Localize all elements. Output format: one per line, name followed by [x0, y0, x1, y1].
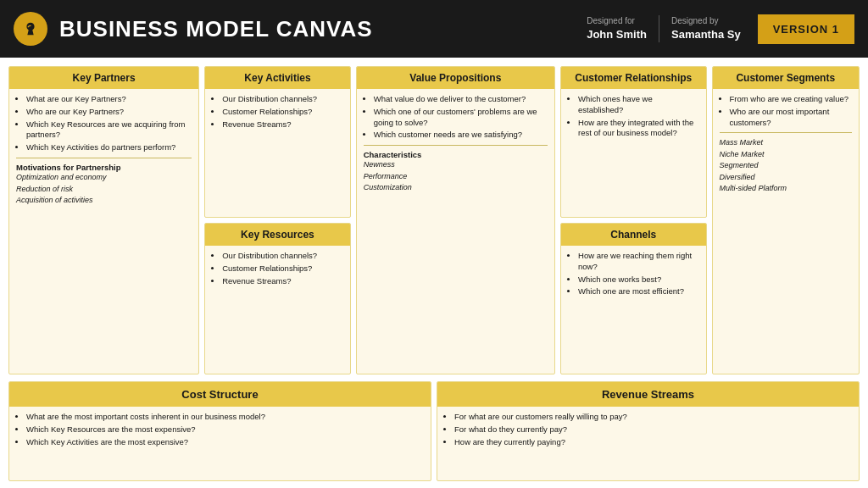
card-cost-structure-body: What are the most important costs inhere…	[9, 407, 431, 480]
designed-by-label: Designed by	[671, 15, 741, 27]
list-item: What are our Key Partners?	[26, 94, 192, 105]
card-value-propositions-body: What value do we deliver to the customer…	[357, 89, 554, 374]
card-key-activities-header: Key Activities	[205, 67, 349, 89]
list-item: How are they currently paying?	[454, 437, 852, 448]
list-item: What value do we deliver to the customer…	[374, 94, 548, 105]
revenue-streams-list: For what are our customers really willin…	[444, 412, 852, 447]
characteristics-label: Characteristics	[364, 150, 548, 159]
designed-for-label: Designed for	[587, 15, 647, 27]
header: BUSINESS MODEL CANVAS Designed for John …	[0, 0, 868, 58]
key-partners-list: What are our Key Partners? Who are our K…	[16, 94, 192, 153]
card-value-propositions: Value Propositions What value do we deli…	[356, 66, 555, 374]
designed-for-name: John Smith	[587, 27, 647, 42]
list-item: Which Key Activities are the most expens…	[26, 437, 424, 448]
logo-icon	[14, 12, 47, 46]
designed-by-name: Samantha Sy	[671, 27, 741, 42]
card-value-propositions-header: Value Propositions	[357, 67, 554, 89]
list-item: Which one of our customers' problems are…	[374, 107, 548, 129]
customer-rel-list: Which ones have we established? How are …	[568, 94, 698, 139]
list-item: For what are our customers really willin…	[454, 412, 852, 423]
designed-for: Designed for John Smith	[587, 15, 659, 42]
app-title: BUSINESS MODEL CANVAS	[59, 16, 587, 42]
list-item: How are they integrated with the rest of…	[578, 118, 698, 140]
card-cost-structure: Cost Structure What are the most importa…	[8, 381, 431, 481]
designer-info: Designed for John Smith Designed by Sama…	[587, 15, 740, 42]
cost-structure-list: What are the most important costs inhere…	[16, 412, 424, 447]
card-customer-segments-body: From who are we creating value? Who are …	[713, 89, 859, 374]
list-item: Which Key Resources are the most expensi…	[26, 424, 424, 435]
card-key-resources-body: Our Distribution channels? Customer Rela…	[205, 246, 349, 374]
card-customer-relationships-body: Which ones have we established? How are …	[561, 89, 705, 217]
list-item: Customer Relationships?	[222, 263, 342, 274]
motivations-items: Optimization and economy Reduction of ri…	[16, 172, 192, 207]
list-item: Which one works best?	[578, 274, 698, 286]
card-key-activities: Key Activities Our Distribution channels…	[204, 66, 350, 218]
list-item: Which customer needs are we satisfying?	[374, 130, 548, 141]
card-cost-structure-header: Cost Structure	[9, 382, 431, 407]
list-item: Which Key Activities do partners perform…	[26, 142, 192, 153]
card-key-partners-header: Key Partners	[9, 67, 198, 89]
card-revenue-streams-body: For what are our customers really willin…	[437, 407, 859, 480]
rel-channels-group: Customer Relationships Which ones have w…	[560, 66, 706, 374]
card-key-resources-header: Key Resources	[205, 224, 349, 246]
list-item: Which ones have we established?	[578, 94, 698, 116]
list-item: From who are we creating value?	[730, 94, 852, 105]
card-key-partners: Key Partners What are our Key Partners? …	[8, 66, 199, 374]
list-item: Revenue Streams?	[222, 119, 342, 130]
list-item: Revenue Streams?	[222, 276, 342, 287]
list-item: Our Distribution channels?	[222, 251, 342, 262]
list-item: Which one are most efficient?	[578, 286, 698, 297]
card-customer-segments: Customer Segments From who are we creati…	[712, 66, 860, 374]
list-item: Who are our most important customers?	[730, 107, 852, 129]
card-key-resources: Key Resources Our Distribution channels?…	[204, 223, 350, 374]
list-item: How are we reaching them right now?	[578, 251, 698, 273]
key-resources-list: Our Distribution channels? Customer Rela…	[212, 251, 342, 286]
motivations-label: Motivations for Partnership	[16, 163, 192, 172]
customer-seg-list: From who are we creating value? Who are …	[720, 94, 852, 128]
card-customer-segments-header: Customer Segments	[713, 67, 859, 89]
card-key-partners-body: What are our Key Partners? Who are our K…	[9, 89, 198, 374]
bottom-row: Cost Structure What are the most importa…	[8, 381, 860, 481]
list-item: Who are our Key Partners?	[26, 107, 192, 118]
segment-types: Mass Market Niche Market Segmented Diver…	[720, 137, 852, 195]
channels-list: How are we reaching them right now? Whic…	[568, 251, 698, 297]
card-channels: Channels How are we reaching them right …	[560, 223, 706, 374]
card-customer-relationships-header: Customer Relationships	[561, 67, 705, 89]
list-item: For what do they currently pay?	[454, 424, 852, 435]
key-activities-list: Our Distribution channels? Customer Rela…	[212, 94, 342, 130]
canvas-area: Key Partners What are our Key Partners? …	[0, 58, 868, 488]
card-revenue-streams: Revenue Streams For what are our custome…	[437, 381, 860, 481]
card-channels-header: Channels	[561, 224, 705, 246]
list-item: Our Distribution channels?	[222, 94, 342, 105]
list-item: Which Key Resources are we acquiring fro…	[26, 119, 192, 141]
activities-resources-group: Key Activities Our Distribution channels…	[204, 66, 350, 374]
top-row: Key Partners What are our Key Partners? …	[8, 66, 860, 374]
card-customer-relationships: Customer Relationships Which ones have w…	[560, 66, 706, 218]
list-item: What are the most important costs inhere…	[26, 412, 424, 423]
value-props-list: What value do we deliver to the customer…	[364, 94, 548, 141]
designed-by: Designed by Samantha Sy	[659, 15, 741, 42]
card-revenue-streams-header: Revenue Streams	[437, 382, 859, 407]
card-channels-body: How are we reaching them right now? Whic…	[561, 246, 705, 374]
characteristics-items: Newness Performance Customization	[364, 159, 548, 194]
card-key-activities-body: Our Distribution channels? Customer Rela…	[205, 89, 349, 217]
list-item: Customer Relationships?	[222, 107, 342, 118]
version-badge: VERSION 1	[758, 14, 854, 44]
